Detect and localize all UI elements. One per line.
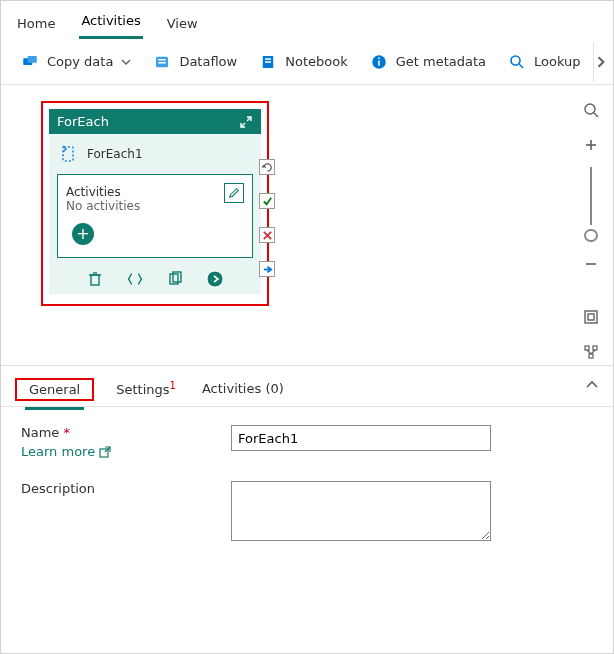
copy-data-icon [21,53,39,71]
dataflow-button[interactable]: Dataflow [143,47,247,77]
info-icon [370,53,388,71]
name-label: Name * [21,425,70,440]
clone-icon[interactable] [166,270,184,288]
chevron-down-icon [121,57,131,67]
dataflow-label: Dataflow [179,54,237,69]
on-fail-handle[interactable] [259,227,275,243]
general-tab-highlight: General [15,378,94,401]
svg-rect-1 [28,56,37,63]
svg-rect-16 [91,275,99,285]
activities-label-text: Activities [66,185,121,199]
top-tab-view[interactable]: View [165,12,200,39]
properties-body: Name * Learn more Description [1,407,613,562]
top-tabs: Home Activities View [1,1,613,39]
toolbar-scroll-right-button[interactable] [593,42,609,82]
name-field-cell [231,425,593,451]
svg-line-26 [594,113,598,117]
copy-data-button[interactable]: Copy data [11,47,141,77]
fit-screen-button[interactable] [577,303,605,330]
description-field-cell [231,481,593,544]
lookup-label: Lookup [534,54,581,69]
foreach-node-name-row: ForEach1 [49,134,261,174]
copy-data-label: Copy data [47,54,113,69]
name-label-text: Name [21,425,59,440]
foreach-activities-box: Activities No activities + [57,174,253,258]
on-skip-handle[interactable] [259,159,275,175]
search-icon [508,53,526,71]
learn-more-text: Learn more [21,444,95,459]
no-activities-text: No activities [66,199,244,213]
foreach-node-header[interactable]: ForEach [49,109,261,134]
dataflow-icon [153,53,171,71]
svg-rect-7 [265,61,271,63]
svg-rect-3 [159,59,167,61]
svg-rect-31 [588,314,594,320]
foreach-node-title: ForEach [57,114,109,129]
svg-rect-34 [589,354,593,358]
add-activity-button[interactable]: + [72,223,94,245]
node-output-handles [259,159,275,277]
svg-rect-30 [585,311,597,323]
foreach-node-footer [49,264,261,294]
properties-tab-general[interactable]: General [25,378,84,410]
description-textarea[interactable] [231,481,491,541]
svg-rect-15 [63,147,73,161]
svg-rect-6 [265,58,271,60]
zoom-slider-handle[interactable] [584,229,598,243]
delete-icon[interactable] [86,270,104,288]
svg-rect-32 [585,346,589,350]
collapse-panel-button[interactable] [585,378,599,395]
svg-point-25 [585,104,595,114]
on-completion-handle[interactable] [259,261,275,277]
notebook-label: Notebook [285,54,347,69]
svg-point-21 [207,271,223,287]
get-metadata-label: Get metadata [396,54,486,69]
activities-toolbar: Copy data Dataflow Notebook Get metadata… [1,39,613,85]
canvas-area: ForEach ForEach1 Activities No activit [1,85,613,365]
properties-tabs: General Settings1 Activities (0) [1,366,613,407]
svg-line-36 [591,350,595,354]
canvas-side-tools [569,85,613,365]
pipeline-canvas[interactable]: ForEach ForEach1 Activities No activit [1,85,569,365]
svg-rect-10 [378,57,380,59]
svg-point-11 [511,56,520,65]
description-label: Description [21,481,221,496]
get-metadata-button[interactable]: Get metadata [360,47,496,77]
foreach-icon [59,144,79,164]
zoom-in-button[interactable] [577,132,605,159]
required-asterisk: * [64,425,71,440]
notebook-icon [259,53,277,71]
foreach-node-instance-name: ForEach1 [87,147,143,161]
svg-rect-4 [159,62,167,64]
top-tab-activities[interactable]: Activities [79,9,142,39]
name-input[interactable] [231,425,491,451]
foreach-node-highlight: ForEach ForEach1 Activities No activit [41,101,269,306]
name-label-cell: Name * Learn more [21,425,221,459]
activities-label: Activities [66,185,244,199]
notebook-button[interactable]: Notebook [249,47,357,77]
lookup-button[interactable]: Lookup [498,47,591,77]
canvas-search-button[interactable] [577,97,605,124]
svg-line-12 [519,64,523,68]
properties-tab-activities[interactable]: Activities (0) [198,377,288,406]
svg-rect-33 [593,346,597,350]
settings-tab-label: Settings [116,382,169,397]
on-success-handle[interactable] [259,193,275,209]
foreach-node[interactable]: ForEach ForEach1 Activities No activit [49,109,261,294]
edit-activities-button[interactable] [224,183,244,203]
external-link-icon [99,446,111,458]
properties-tab-settings[interactable]: Settings1 [112,376,180,407]
learn-more-link[interactable]: Learn more [21,444,111,459]
zoom-out-button[interactable] [577,250,605,277]
zoom-slider-track[interactable] [590,167,592,225]
expand-icon[interactable] [239,115,253,129]
svg-line-35 [587,350,591,354]
code-icon[interactable] [126,270,144,288]
top-tab-home[interactable]: Home [15,12,57,39]
layout-button[interactable] [577,338,605,365]
properties-panel: General Settings1 Activities (0) Name * … [1,365,613,562]
run-icon[interactable] [206,270,224,288]
svg-rect-9 [378,60,380,65]
settings-tab-badge: 1 [170,380,176,391]
